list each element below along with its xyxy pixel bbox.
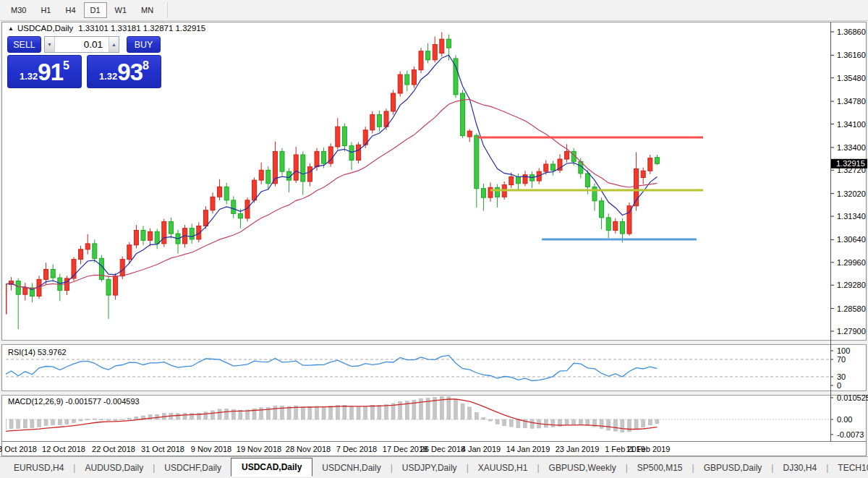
- volume-increase-button[interactable]: ▲: [109, 37, 119, 52]
- timeframe-button-w1[interactable]: W1: [109, 2, 134, 18]
- tab-usdcad-daily[interactable]: USDCAD,Daily: [231, 458, 312, 477]
- toolbar-separator: [167, 2, 168, 18]
- trade-panel: SELL ▼ 0.01 ▲ BUY 1.32 91 5 1.32 93 8: [7, 36, 163, 88]
- symbol-tab-bar: EURUSD,H4|AUDUSD,Daily|USDCHF,DailyUSDCA…: [0, 456, 868, 478]
- volume-input[interactable]: 0.01: [55, 37, 109, 52]
- bid-prefix: 1.32: [20, 71, 38, 82]
- ask-price-button[interactable]: 1.32 93 8: [87, 55, 161, 88]
- timeframe-button-d1[interactable]: D1: [84, 2, 107, 18]
- timeframe-button-h4[interactable]: H4: [59, 2, 82, 18]
- ask-big-digits: 93: [117, 60, 142, 84]
- bid-pip-digit: 5: [63, 59, 69, 72]
- sell-button[interactable]: SELL: [7, 36, 41, 53]
- rsi-label: RSI(14) 53.9762: [8, 348, 67, 357]
- tab-dj30-h4[interactable]: DJ30,H4: [773, 459, 826, 477]
- chart-symbol-label: USDCAD,Daily: [17, 24, 73, 33]
- tab-gbpusd-daily[interactable]: GBPUSD,Daily: [694, 459, 772, 477]
- timeframe-button-m30[interactable]: M30: [4, 2, 33, 18]
- volume-stepper: ▼ 0.01 ▲: [44, 36, 119, 53]
- buy-button[interactable]: BUY: [127, 36, 161, 53]
- ask-prefix: 1.32: [99, 71, 117, 82]
- tab-xauusd-h1[interactable]: XAUUSD,H1: [469, 459, 537, 477]
- ask-pip-digit: 8: [142, 59, 149, 72]
- tab-eurusd-h4[interactable]: EURUSD,H4: [4, 459, 73, 477]
- bid-price-button[interactable]: 1.32 91 5: [7, 55, 82, 88]
- timeframe-toolbar: M30H1H4D1W1MN: [0, 0, 868, 21]
- volume-decrease-button[interactable]: ▼: [45, 37, 55, 52]
- tab-tech100-h1[interactable]: TECH100,H1: [828, 459, 868, 477]
- bid-big-digits: 91: [38, 60, 63, 84]
- chart-collapse-icon[interactable]: ▲: [8, 25, 14, 32]
- tab-audusd-daily[interactable]: AUDUSD,Daily: [75, 459, 153, 477]
- macd-label: MACD(12,26,9) -0.001577 -0.004593: [8, 397, 140, 406]
- tab-usdcnh-daily[interactable]: USDCNH,Daily: [312, 459, 390, 477]
- timeframe-button-h1[interactable]: H1: [34, 2, 57, 18]
- tab-usdjpy-daily[interactable]: USDJPY,Daily: [393, 459, 467, 477]
- timeframe-button-mn[interactable]: MN: [135, 2, 160, 18]
- tab-gbpusd-weekly[interactable]: GBPUSD,Weekly: [540, 459, 626, 477]
- chart-title: ▲ USDCAD,Daily 1.33101 1.33181 1.32871 1…: [8, 24, 205, 33]
- tab-usdchf-daily[interactable]: USDCHF,Daily: [155, 459, 231, 477]
- chart-ohlc-values: 1.33101 1.33181 1.32871 1.32915: [78, 24, 205, 33]
- tab-sp500-m15[interactable]: SP500,M15: [628, 459, 692, 477]
